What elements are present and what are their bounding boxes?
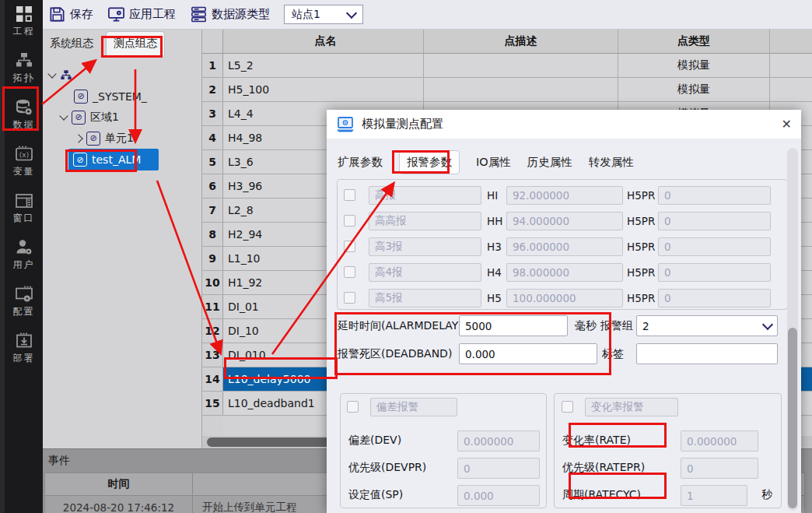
sidebar-item-topology[interactable]: 拓扑 — [5, 51, 43, 85]
alarm-limit-field: 96.000000 — [506, 237, 623, 256]
sidebar-item-deploy[interactable]: 部署 — [5, 332, 43, 365]
sp-label: 设定值(SP) — [348, 488, 403, 502]
window-gear-icon — [15, 285, 33, 304]
tab-io-attrs[interactable]: IO属性 — [476, 155, 511, 170]
alarm-name-field: 高4报 — [369, 263, 481, 282]
site-dropdown[interactable]: 站点1 — [284, 5, 363, 24]
row-number-cell: 10 — [202, 271, 223, 294]
tree-node-unit1[interactable]: ⊘ 单元1 — [43, 128, 201, 149]
alarm-code-label: H5 — [487, 292, 506, 304]
alarm-delay-input[interactable]: 5000 — [459, 315, 568, 336]
deviation-alarm-checkbox[interactable] — [347, 401, 359, 413]
header-rest — [770, 30, 812, 53]
point-type-cell: 模拟量 — [618, 54, 770, 77]
alarm-priority-label: H5PR — [627, 266, 655, 279]
sidebar-item-project[interactable]: 工程 — [5, 5, 43, 38]
tree-node-area1[interactable]: ⊘ 区域1 — [43, 107, 201, 128]
deploy-icon — [15, 332, 33, 350]
row-number-cell: 4 — [202, 126, 223, 149]
user-gear-icon — [15, 238, 33, 257]
rate-value-field: 0.000000 — [681, 430, 758, 452]
header-time: 时间 — [45, 473, 193, 495]
alarm-code-label: H3 — [487, 241, 506, 253]
alarm-enable-checkbox[interactable] — [344, 266, 355, 278]
table-row[interactable]: 1L5_2模拟量 — [202, 54, 812, 78]
tab-forward-attrs[interactable]: 转发属性 — [589, 155, 634, 170]
alarm-priority-field: 0 — [658, 289, 771, 307]
tab-point-config[interactable]: 测点组态 — [106, 31, 165, 55]
tree-node-label: _SYSTEM_ — [93, 90, 147, 103]
apply-project-label: 应用工程 — [129, 7, 176, 22]
alarm-enable-checkbox[interactable] — [344, 292, 355, 304]
tab-label: 系统组态 — [50, 37, 93, 51]
dialog-scrollbar[interactable] — [787, 148, 798, 511]
alarm-name-field: 高报 — [369, 186, 481, 205]
table-row[interactable]: 2H5_100模拟量 — [202, 78, 812, 102]
apply-project-button[interactable]: 应用工程 — [107, 5, 176, 23]
tab-extended-params[interactable]: 扩展参数 — [338, 155, 383, 170]
devpr-value-field: 0 — [457, 458, 540, 479]
tree-node-system[interactable]: ⊘ _SYSTEM_ — [43, 86, 201, 107]
sidebar-item-variable[interactable]: (x) 变量 — [5, 145, 43, 178]
sp-value-field: 0.000 — [457, 485, 540, 506]
dialog-scrollbar-thumb[interactable] — [788, 328, 797, 508]
alarm-priority-field: 0 — [658, 212, 771, 230]
alarm-limit-field: 98.000000 — [506, 263, 623, 282]
sidebar-label: 窗口 — [13, 212, 35, 225]
tree-body: ⊘ _SYSTEM_ ⊘ 区域1 ⊘ 单元1 ⊘ test_ALM — [43, 55, 201, 170]
datasource-type-button[interactable]: 数据源类型 — [190, 5, 270, 23]
alarm-enable-checkbox[interactable] — [344, 241, 355, 252]
alarm-priority-field: 0 — [658, 186, 771, 205]
point-group-icon: ⊘ — [86, 132, 100, 146]
dialog-title: 模拟量测点配置 — [362, 117, 443, 132]
save-button[interactable]: 保存 — [48, 5, 93, 23]
expander-closed-icon[interactable] — [74, 134, 82, 142]
topology-icon — [60, 69, 72, 82]
close-icon[interactable]: ✕ — [782, 117, 792, 132]
alarm-enable-checkbox[interactable] — [344, 215, 355, 227]
tree-tabs: 系统组态 测点组态 — [43, 30, 201, 55]
tab-history-attrs[interactable]: 历史属性 — [527, 155, 572, 170]
sidebar-item-data[interactable]: 数据 — [5, 98, 43, 132]
table-header: 点名 点描述 点类型 — [202, 30, 812, 54]
alarm-group-dropdown[interactable]: 2 — [636, 315, 778, 336]
alarm-limit-row: 高3报H396.000000H5PR0 — [338, 237, 787, 256]
point-desc-cell — [424, 78, 618, 101]
dev-value-field: 0.000000 — [457, 430, 540, 452]
deadband-label: 报警死区(DEADBAND) — [338, 347, 452, 361]
alarm-limits-group: 高报HI92.000000H5PR0高高报HH94.000000H5PR0高3报… — [337, 179, 788, 310]
alarm-priority-label: H5PR — [627, 292, 655, 304]
deviation-alarm-group: 偏差报警 偏差(DEV) 0.000000 优先级(DEVPR) 0 设定值(S… — [340, 393, 547, 508]
tag-input[interactable] — [636, 343, 778, 364]
rate-alarm-checkbox[interactable] — [562, 401, 573, 413]
expander-open-icon[interactable] — [59, 111, 68, 120]
point-name-cell: H5_100 — [223, 78, 424, 101]
grid-icon — [15, 5, 33, 23]
sidebar-label: 部署 — [13, 352, 35, 365]
row-number-cell: 7 — [202, 199, 223, 222]
ratecyc-value-field: 1 — [681, 485, 747, 506]
alarm-limit-field: 94.000000 — [506, 212, 623, 230]
alarm-limit-field: 100.000000 — [506, 289, 623, 307]
tab-alarm-params[interactable]: 报警参数 — [399, 150, 460, 174]
point-group-icon: ⊘ — [73, 153, 87, 167]
datasource-type-label: 数据源类型 — [212, 7, 270, 22]
tab-system-config[interactable]: 系统组态 — [43, 32, 100, 55]
floppy-icon — [48, 5, 66, 23]
row-number-cell: 14 — [202, 367, 223, 391]
tree-node-label: test_ALM — [92, 153, 141, 166]
deadband-input[interactable]: 0.000 — [459, 343, 597, 364]
row-number-cell: 11 — [202, 295, 223, 318]
sidebar-label: 用户 — [13, 258, 35, 272]
expander-open-icon[interactable] — [47, 69, 56, 78]
alarm-priority-label: H5PR — [627, 215, 655, 227]
sidebar-item-window[interactable]: 窗口 — [5, 191, 43, 225]
sidebar-item-user[interactable]: 用户 — [5, 238, 43, 272]
tree-root-node[interactable] — [43, 65, 201, 86]
laptop-icon — [336, 116, 355, 133]
sidebar-item-config[interactable]: 配置 — [5, 285, 43, 318]
tree-node-test-alm[interactable]: ⊘ test_ALM — [68, 149, 159, 170]
alarm-enable-checkbox[interactable] — [344, 189, 355, 201]
row-number-cell: 9 — [202, 247, 223, 270]
tag-label: 标签 — [602, 347, 624, 361]
